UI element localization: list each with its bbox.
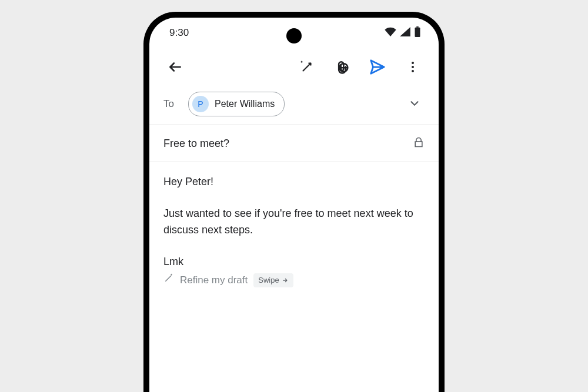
svg-rect-0 — [416, 26, 419, 28]
attach-button[interactable] — [330, 55, 354, 79]
status-bar: 9:30 — [149, 18, 439, 48]
swipe-hint: Swipe — [253, 273, 293, 287]
phone-frame: 9:30 — [143, 12, 445, 392]
send-button[interactable] — [366, 55, 389, 79]
subject-row[interactable]: Free to meet? — [149, 125, 439, 162]
compose-body[interactable]: Hey Peter! Just wanted to see if you're … — [149, 162, 439, 302]
swipe-label: Swipe — [258, 274, 279, 286]
svg-rect-1 — [415, 27, 420, 36]
body-line[interactable]: Lmk — [163, 254, 425, 270]
compose-app-bar — [149, 48, 439, 86]
battery-icon — [414, 26, 421, 40]
svg-point-2 — [412, 62, 414, 64]
cell-signal-icon — [400, 27, 410, 39]
body-line[interactable]: Hey Peter! — [163, 174, 425, 190]
wifi-icon — [385, 27, 396, 39]
recipient-avatar: P — [192, 96, 209, 112]
refine-draft-suggestion[interactable]: Refine my draft Swipe — [163, 273, 425, 288]
expand-recipients-button[interactable] — [405, 93, 425, 115]
to-field-row[interactable]: To P Peter Williams — [149, 86, 439, 125]
svg-point-3 — [412, 66, 414, 68]
body-line[interactable]: Just wanted to see if you're free to mee… — [163, 206, 425, 239]
magic-compose-button[interactable] — [295, 55, 319, 79]
arrow-right-icon — [282, 277, 289, 283]
overflow-menu-button[interactable] — [401, 55, 425, 79]
status-icons — [385, 26, 421, 40]
subject-input[interactable]: Free to meet? — [163, 138, 406, 150]
recipient-name: Peter Williams — [215, 99, 275, 109]
back-button[interactable] — [163, 55, 187, 79]
recipient-chip[interactable]: P Peter Williams — [188, 92, 285, 116]
refine-label: Refine my draft — [180, 273, 248, 288]
magic-wand-icon — [163, 273, 174, 288]
screen: 9:30 — [149, 18, 439, 392]
to-label: To — [163, 98, 174, 110]
svg-point-4 — [412, 70, 414, 72]
status-time: 9:30 — [169, 27, 189, 39]
lock-icon — [413, 136, 425, 151]
front-camera-cutout — [286, 28, 302, 43]
